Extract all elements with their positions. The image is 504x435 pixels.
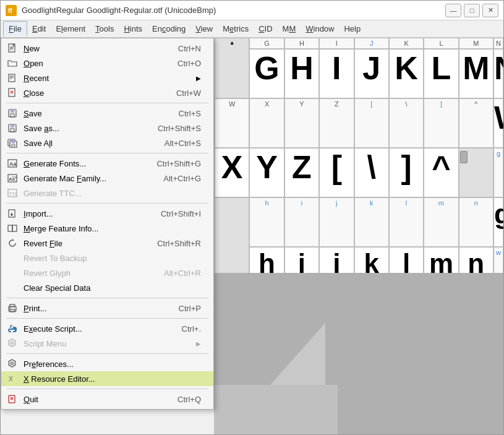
menu-bar: File Edit Element Tools Hints Encoding V… xyxy=(1,20,503,38)
label-J: J xyxy=(354,38,389,49)
menu-view[interactable]: View xyxy=(190,22,218,36)
prefs-icon xyxy=(6,358,19,370)
glyph-G[interactable]: G xyxy=(249,49,284,98)
glyph-bslash[interactable]: \ xyxy=(354,148,389,197)
glyph-g[interactable]: g xyxy=(493,197,503,247)
label-k: k xyxy=(354,197,389,247)
svg-text:Aa: Aa xyxy=(9,161,17,167)
recent-icon xyxy=(6,72,19,84)
glyph-Z[interactable]: Z xyxy=(284,148,319,197)
menu-item-exec-script[interactable]: Execute Script... Ctrl+. xyxy=(1,321,213,336)
menu-file[interactable]: File xyxy=(3,21,27,37)
label-n: n xyxy=(459,197,493,247)
menu-metrics[interactable]: Metrics xyxy=(218,22,254,36)
label-K: K xyxy=(389,38,424,49)
glyph-W[interactable]: W xyxy=(493,98,503,148)
label-L: L xyxy=(424,38,458,49)
svg-text:mac: mac xyxy=(12,175,17,179)
menu-item-preferences[interactable]: Preferences... xyxy=(1,356,213,371)
menu-mm[interactable]: MM xyxy=(278,22,301,36)
glyph-rbr[interactable]: ] xyxy=(389,148,424,197)
quit-icon xyxy=(6,393,19,405)
glyph-panel: G H I J K L M N ▲ G H I J K L M N W xyxy=(214,38,503,434)
svg-text:ff: ff xyxy=(8,7,12,14)
glyph-K[interactable]: K xyxy=(389,49,424,98)
exec-script-shortcut: Ctrl+. xyxy=(182,324,201,334)
gen-fonts-icon: Aa xyxy=(6,157,19,170)
menu-item-quit[interactable]: Quit Ctrl+Q xyxy=(1,392,213,407)
menu-cid[interactable]: CID xyxy=(254,22,277,36)
menu-item-clear-special[interactable]: Clear Special Data xyxy=(1,280,213,295)
svg-rect-37 xyxy=(12,225,17,231)
label-i: i xyxy=(284,197,319,247)
menu-item-save[interactable]: Save Ctrl+S xyxy=(1,106,213,121)
glyph-M[interactable]: M xyxy=(459,49,493,98)
glyph-J[interactable]: J xyxy=(354,49,389,98)
scrollbar-body[interactable] xyxy=(459,148,493,197)
menu-element[interactable]: Element xyxy=(51,22,90,36)
label-g: g xyxy=(493,148,503,197)
new-icon xyxy=(6,42,19,54)
menu-item-save-as[interactable]: + Save as... Ctrl+Shift+S xyxy=(1,121,213,136)
close-button[interactable]: ✕ xyxy=(482,4,498,17)
glyph-X[interactable]: X xyxy=(215,148,249,197)
window-title: GoodlightRegular Goodlight-Regular.otf (… xyxy=(22,6,440,15)
glyph-caret[interactable]: ^ xyxy=(424,148,458,197)
menu-item-merge[interactable]: Merge Feature Info... xyxy=(1,221,213,236)
label-W: W xyxy=(215,98,249,148)
label-M: M xyxy=(459,38,493,49)
menu-item-xresource[interactable]: X X Resource Editor... xyxy=(1,371,213,386)
menu-window[interactable]: Window xyxy=(301,22,339,36)
menu-item-script-menu: Script Menu ▶ xyxy=(1,336,213,351)
label-caret: ^ xyxy=(459,98,493,148)
glyph-Y[interactable]: Y xyxy=(249,148,284,197)
menu-encoding[interactable]: Encoding xyxy=(147,22,190,36)
menu-hints[interactable]: Hints xyxy=(119,22,147,36)
recent-arrow: ▶ xyxy=(196,75,201,82)
menu-item-gen-mac[interactable]: Aamac Generate Mac Family... Alt+Ctrl+G xyxy=(1,171,213,186)
gen-ttc-label: Generate TTC... xyxy=(23,189,201,198)
window-controls: — □ ✕ xyxy=(445,4,498,17)
menu-item-recent[interactable]: Recent ▶ xyxy=(1,71,213,85)
quit-shortcut: Ctrl+Q xyxy=(177,395,201,404)
minimize-button[interactable]: — xyxy=(445,4,461,17)
glyph-I[interactable]: I xyxy=(319,49,354,98)
import-shortcut: Ctrl+Shift+I xyxy=(161,209,201,218)
menu-item-save-all[interactable]: Save All Alt+Ctrl+S xyxy=(1,136,213,150)
gen-mac-shortcut: Alt+Ctrl+G xyxy=(163,174,201,183)
menu-item-revert-file[interactable]: Revert File Ctrl+Shift+R xyxy=(1,236,213,251)
gen-fonts-label: Generate Fonts... xyxy=(23,159,144,168)
recent-label: Recent xyxy=(23,74,191,83)
glyph-L[interactable]: L xyxy=(424,49,458,98)
open-shortcut: Ctrl+O xyxy=(177,59,201,68)
maximize-button[interactable]: □ xyxy=(464,4,480,17)
scrollbar-up[interactable]: ▲ xyxy=(215,38,249,98)
background-area xyxy=(214,273,503,434)
glyph-N[interactable]: N xyxy=(493,49,503,98)
menu-help[interactable]: Help xyxy=(339,22,365,36)
label-l: l xyxy=(389,197,424,247)
menu-item-import[interactable]: Import... Ctrl+Shift+I xyxy=(1,206,213,221)
menu-tools[interactable]: Tools xyxy=(90,22,119,36)
menu-item-close[interactable]: Close Ctrl+W xyxy=(1,85,213,100)
separator-4 xyxy=(6,298,208,298)
menu-item-print[interactable]: Print... Ctrl+P xyxy=(1,301,213,316)
glyph-H[interactable]: H xyxy=(284,49,319,98)
merge-label: Merge Feature Info... xyxy=(23,224,201,233)
scrollbar-thumb[interactable] xyxy=(460,151,468,163)
print-label: Print... xyxy=(23,304,166,313)
label-X: X xyxy=(249,98,284,148)
gen-mac-icon: Aamac xyxy=(6,172,19,184)
svg-rect-6 xyxy=(9,74,15,82)
menu-item-gen-fonts[interactable]: Aa Generate Fonts... Ctrl+Shift+G xyxy=(1,156,213,171)
menu-edit[interactable]: Edit xyxy=(27,22,51,36)
menu-item-revert-backup: Revert To Backup xyxy=(1,251,213,265)
gear-disabled-icon xyxy=(6,337,19,350)
revert-file-shortcut: Ctrl+Shift+R xyxy=(157,239,201,248)
menu-item-open[interactable]: Open Ctrl+O xyxy=(1,56,213,71)
label-rbr: ] xyxy=(424,98,458,148)
app-icon: ff xyxy=(6,5,17,16)
label-I: I xyxy=(319,38,354,49)
glyph-lbr[interactable]: [ xyxy=(319,148,354,197)
menu-item-new[interactable]: New Ctrl+N xyxy=(1,41,213,56)
